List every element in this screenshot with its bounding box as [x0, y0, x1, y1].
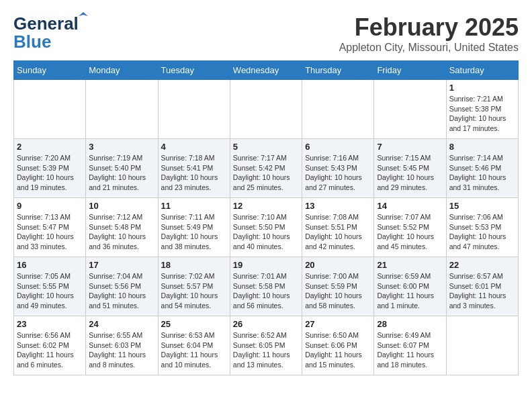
calendar-day-cell: 3Sunrise: 7:19 AM Sunset: 5:40 PM Daylig… — [86, 139, 158, 198]
logo-general: General — [13, 13, 79, 34]
month-year: February 2025 — [339, 13, 519, 42]
day-number: 21 — [377, 260, 443, 270]
day-number: 4 — [161, 142, 227, 152]
calendar-week-row: 23Sunrise: 6:56 AM Sunset: 6:02 PM Dayli… — [14, 316, 519, 375]
day-info: Sunrise: 6:49 AM Sunset: 6:07 PM Dayligh… — [377, 330, 443, 370]
day-info: Sunrise: 7:04 AM Sunset: 5:56 PM Dayligh… — [89, 271, 154, 311]
calendar-day-cell: 24Sunrise: 6:55 AM Sunset: 6:03 PM Dayli… — [86, 316, 158, 375]
calendar-day-cell: 21Sunrise: 6:59 AM Sunset: 6:00 PM Dayli… — [374, 257, 446, 316]
calendar-day-cell: 15Sunrise: 7:06 AM Sunset: 5:53 PM Dayli… — [446, 198, 518, 257]
day-info: Sunrise: 7:14 AM Sunset: 5:46 PM Dayligh… — [449, 153, 515, 193]
calendar-week-row: 1Sunrise: 7:21 AM Sunset: 5:38 PM Daylig… — [14, 80, 519, 139]
calendar-day-cell: 28Sunrise: 6:49 AM Sunset: 6:07 PM Dayli… — [374, 316, 446, 375]
calendar-week-row: 16Sunrise: 7:05 AM Sunset: 5:55 PM Dayli… — [14, 257, 519, 316]
day-number: 17 — [89, 260, 154, 270]
day-number: 19 — [233, 260, 299, 270]
calendar-day-cell: 17Sunrise: 7:04 AM Sunset: 5:56 PM Dayli… — [86, 257, 158, 316]
calendar-day-cell: 16Sunrise: 7:05 AM Sunset: 5:55 PM Dayli… — [14, 257, 86, 316]
calendar-day-cell: 8Sunrise: 7:14 AM Sunset: 5:46 PM Daylig… — [446, 139, 518, 198]
day-number: 18 — [161, 260, 227, 270]
calendar-weekday-header: Sunday — [14, 61, 86, 80]
day-info: Sunrise: 7:15 AM Sunset: 5:45 PM Dayligh… — [377, 153, 443, 193]
calendar-day-cell: 9Sunrise: 7:13 AM Sunset: 5:47 PM Daylig… — [14, 198, 86, 257]
day-info: Sunrise: 7:13 AM Sunset: 5:47 PM Dayligh… — [17, 212, 83, 252]
day-info: Sunrise: 6:55 AM Sunset: 6:03 PM Dayligh… — [89, 330, 154, 370]
day-info: Sunrise: 6:52 AM Sunset: 6:05 PM Dayligh… — [233, 330, 299, 370]
day-number: 23 — [17, 319, 83, 329]
calendar-week-row: 9Sunrise: 7:13 AM Sunset: 5:47 PM Daylig… — [14, 198, 519, 257]
day-info: Sunrise: 7:00 AM Sunset: 5:59 PM Dayligh… — [305, 271, 371, 311]
day-info: Sunrise: 7:21 AM Sunset: 5:38 PM Dayligh… — [449, 94, 515, 134]
calendar-day-cell: 11Sunrise: 7:11 AM Sunset: 5:49 PM Dayli… — [158, 198, 230, 257]
day-info: Sunrise: 7:17 AM Sunset: 5:42 PM Dayligh… — [233, 153, 299, 193]
calendar-weekday-header: Tuesday — [158, 61, 230, 80]
day-number: 6 — [305, 142, 371, 152]
logo: General Blue — [13, 13, 79, 52]
day-number: 3 — [89, 142, 154, 152]
calendar-day-cell: 5Sunrise: 7:17 AM Sunset: 5:42 PM Daylig… — [230, 139, 302, 198]
calendar-day-cell: 22Sunrise: 6:57 AM Sunset: 6:01 PM Dayli… — [446, 257, 518, 316]
calendar-day-cell: 27Sunrise: 6:50 AM Sunset: 6:06 PM Dayli… — [302, 316, 374, 375]
calendar-day-cell: 18Sunrise: 7:02 AM Sunset: 5:57 PM Dayli… — [158, 257, 230, 316]
calendar-day-cell: 19Sunrise: 7:01 AM Sunset: 5:58 PM Dayli… — [230, 257, 302, 316]
calendar-day-cell: 6Sunrise: 7:16 AM Sunset: 5:43 PM Daylig… — [302, 139, 374, 198]
svg-marker-0 — [79, 12, 88, 16]
title-section: February 2025 Appleton City, Missouri, U… — [339, 13, 519, 54]
day-number: 16 — [17, 260, 83, 270]
day-number: 24 — [89, 319, 154, 329]
calendar-day-cell: 14Sunrise: 7:07 AM Sunset: 5:52 PM Dayli… — [374, 198, 446, 257]
calendar-week-row: 2Sunrise: 7:20 AM Sunset: 5:39 PM Daylig… — [14, 139, 519, 198]
day-number: 10 — [89, 201, 154, 211]
day-info: Sunrise: 7:10 AM Sunset: 5:50 PM Dayligh… — [233, 212, 299, 252]
calendar-weekday-header: Wednesday — [230, 61, 302, 80]
day-info: Sunrise: 7:19 AM Sunset: 5:40 PM Dayligh… — [89, 153, 154, 193]
calendar-day-cell — [374, 80, 446, 139]
calendar-day-cell: 7Sunrise: 7:15 AM Sunset: 5:45 PM Daylig… — [374, 139, 446, 198]
day-info: Sunrise: 7:11 AM Sunset: 5:49 PM Dayligh… — [161, 212, 227, 252]
calendar: SundayMondayTuesdayWednesdayThursdayFrid… — [13, 60, 519, 375]
day-info: Sunrise: 7:05 AM Sunset: 5:55 PM Dayligh… — [17, 271, 83, 311]
day-number: 28 — [377, 319, 443, 329]
calendar-day-cell: 2Sunrise: 7:20 AM Sunset: 5:39 PM Daylig… — [14, 139, 86, 198]
calendar-weekday-header: Monday — [86, 61, 158, 80]
calendar-weekday-header: Thursday — [302, 61, 374, 80]
day-info: Sunrise: 6:50 AM Sunset: 6:06 PM Dayligh… — [305, 330, 371, 370]
day-info: Sunrise: 7:02 AM Sunset: 5:57 PM Dayligh… — [161, 271, 227, 311]
calendar-day-cell: 10Sunrise: 7:12 AM Sunset: 5:48 PM Dayli… — [86, 198, 158, 257]
day-number: 9 — [17, 201, 83, 211]
day-info: Sunrise: 7:08 AM Sunset: 5:51 PM Dayligh… — [305, 212, 371, 252]
day-info: Sunrise: 7:01 AM Sunset: 5:58 PM Dayligh… — [233, 271, 299, 311]
calendar-day-cell: 20Sunrise: 7:00 AM Sunset: 5:59 PM Dayli… — [302, 257, 374, 316]
day-info: Sunrise: 6:59 AM Sunset: 6:00 PM Dayligh… — [377, 271, 443, 311]
header: General Blue February 2025 Appleton City… — [13, 13, 519, 54]
calendar-day-cell: 26Sunrise: 6:52 AM Sunset: 6:05 PM Dayli… — [230, 316, 302, 375]
calendar-day-cell — [230, 80, 302, 139]
calendar-day-cell: 25Sunrise: 6:53 AM Sunset: 6:04 PM Dayli… — [158, 316, 230, 375]
calendar-weekday-header: Friday — [374, 61, 446, 80]
calendar-day-cell: 23Sunrise: 6:56 AM Sunset: 6:02 PM Dayli… — [14, 316, 86, 375]
day-number: 14 — [377, 201, 443, 211]
day-number: 8 — [449, 142, 515, 152]
day-info: Sunrise: 7:06 AM Sunset: 5:53 PM Dayligh… — [449, 212, 515, 252]
day-number: 1 — [449, 83, 515, 93]
day-number: 27 — [305, 319, 371, 329]
calendar-day-cell: 13Sunrise: 7:08 AM Sunset: 5:51 PM Dayli… — [302, 198, 374, 257]
calendar-day-cell — [86, 80, 158, 139]
day-info: Sunrise: 7:16 AM Sunset: 5:43 PM Dayligh… — [305, 153, 371, 193]
calendar-weekday-header: Saturday — [446, 61, 518, 80]
day-number: 25 — [161, 319, 227, 329]
day-number: 2 — [17, 142, 83, 152]
day-info: Sunrise: 6:56 AM Sunset: 6:02 PM Dayligh… — [17, 330, 83, 370]
day-number: 20 — [305, 260, 371, 270]
location: Appleton City, Missouri, United States — [339, 42, 519, 54]
logo-bird-icon — [79, 11, 88, 20]
logo-blue: Blue — [13, 32, 51, 52]
day-number: 15 — [449, 201, 515, 211]
day-info: Sunrise: 7:07 AM Sunset: 5:52 PM Dayligh… — [377, 212, 443, 252]
day-number: 13 — [305, 201, 371, 211]
day-info: Sunrise: 7:12 AM Sunset: 5:48 PM Dayligh… — [89, 212, 154, 252]
day-info: Sunrise: 7:18 AM Sunset: 5:41 PM Dayligh… — [161, 153, 227, 193]
day-number: 22 — [449, 260, 515, 270]
calendar-day-cell: 1Sunrise: 7:21 AM Sunset: 5:38 PM Daylig… — [446, 80, 518, 139]
calendar-day-cell — [158, 80, 230, 139]
